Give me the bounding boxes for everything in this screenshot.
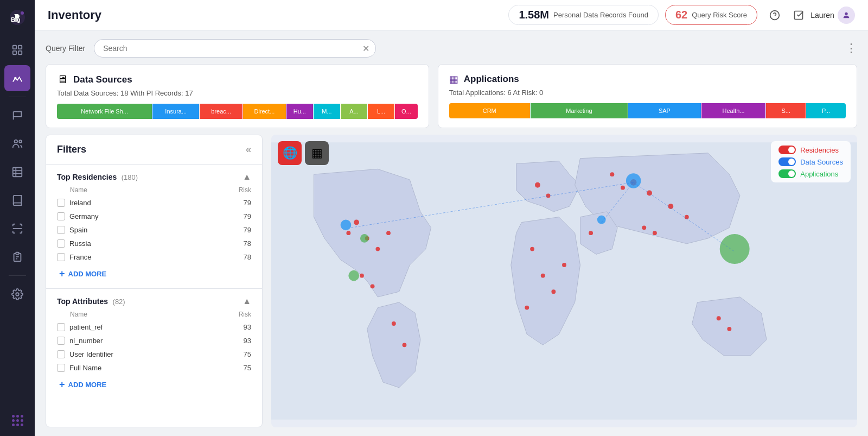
- svg-point-26: [535, 182, 540, 188]
- sidebar-item-table[interactable]: [4, 159, 30, 185]
- residency-risk: 78: [244, 239, 251, 248]
- residencies-toggle[interactable]: [778, 146, 796, 154]
- ds-bar-segment[interactable]: O...: [395, 104, 418, 119]
- attribute-checkbox[interactable]: [57, 323, 65, 331]
- residencies-legend-label: Residencies: [800, 146, 839, 154]
- help-icon[interactable]: [766, 7, 783, 24]
- sidebar-item-book[interactable]: [4, 187, 30, 213]
- add-more-icon: +: [59, 268, 65, 280]
- app-bar-segment[interactable]: Health...: [701, 103, 766, 118]
- more-options-icon[interactable]: ⋮: [845, 41, 857, 55]
- ds-bar-segment[interactable]: M...: [314, 104, 340, 119]
- residency-name: Russia: [69, 239, 239, 248]
- ds-bar-segment[interactable]: Network File Sh...: [57, 104, 152, 119]
- ds-bar-segment[interactable]: Insura...: [152, 104, 199, 119]
- residencies-list: Ireland 79 Germany 79 Spain 79 Russia 78…: [57, 196, 251, 264]
- residency-checkbox[interactable]: [57, 239, 65, 248]
- svg-point-36: [589, 231, 593, 235]
- svg-point-52: [341, 220, 352, 231]
- app-bar-segment[interactable]: SAP: [628, 103, 701, 118]
- residencies-toggle-icon[interactable]: ▲: [242, 172, 251, 182]
- search-input[interactable]: [94, 39, 376, 58]
- app-bar-segment[interactable]: P...: [806, 103, 846, 118]
- risk-stat: 62 Query Risk Score: [665, 5, 757, 25]
- residency-name: France: [69, 253, 239, 261]
- svg-point-55: [348, 270, 359, 281]
- attributes-title: Top Attributes: [57, 297, 108, 306]
- svg-point-41: [562, 263, 566, 267]
- svg-point-8: [15, 140, 18, 143]
- attribute-checkbox[interactable]: [57, 337, 65, 345]
- map-globe-button[interactable]: 🌐: [278, 141, 302, 165]
- residency-checkbox[interactable]: [57, 253, 65, 261]
- sidebar-item-flag[interactable]: [4, 103, 30, 129]
- residencies-add-more[interactable]: + ADD MORE: [57, 264, 251, 280]
- residencies-title: Top Residencies: [57, 173, 117, 181]
- residency-risk: 79: [244, 199, 251, 207]
- ds-bar-segment[interactable]: L...: [368, 104, 394, 119]
- app-bar-segment[interactable]: CRM: [449, 103, 530, 118]
- list-item: France 78: [57, 250, 251, 264]
- svg-point-40: [525, 306, 529, 310]
- user-name[interactable]: Lauren: [814, 7, 831, 24]
- attribute-risk: 93: [244, 337, 251, 345]
- app-bar-segment[interactable]: Marketing: [531, 103, 628, 118]
- svg-point-32: [360, 274, 364, 278]
- residency-checkbox[interactable]: [57, 199, 65, 207]
- svg-point-6: [15, 78, 16, 79]
- attribute-name: Full Name: [69, 364, 239, 372]
- svg-point-47: [610, 172, 614, 176]
- records-number: 1.58M: [519, 9, 549, 21]
- map-container: 🌐 ▦ Residencies: [271, 135, 857, 427]
- app-logo[interactable]: Big: [4, 7, 30, 28]
- residencies-section-header: Top Residencies (180) ▲: [57, 165, 251, 186]
- attributes-add-more[interactable]: + ADD MORE: [57, 375, 251, 390]
- ds-bar-segment[interactable]: Hu...: [286, 104, 313, 119]
- datasources-toggle[interactable]: [778, 157, 796, 166]
- sidebar-item-analytics[interactable]: [4, 65, 30, 91]
- query-filter-label: Query Filter: [46, 44, 85, 53]
- list-item: Spain 79: [57, 223, 251, 237]
- globe-icon: 🌐: [283, 146, 297, 160]
- sidebar-item-dashboard[interactable]: [4, 37, 30, 63]
- user-avatar[interactable]: [838, 7, 855, 24]
- residency-name: Ireland: [69, 199, 239, 207]
- sidebar-nav: [0, 37, 35, 412]
- residency-name: Spain: [69, 226, 239, 234]
- filters-collapse-icon[interactable]: «: [246, 144, 251, 155]
- svg-point-45: [403, 343, 407, 347]
- ds-bar-segment[interactable]: Direct...: [243, 104, 286, 119]
- svg-point-31: [386, 231, 391, 235]
- residency-name: Germany: [69, 212, 239, 220]
- list-item: Germany 79: [57, 210, 251, 223]
- attribute-checkbox[interactable]: [57, 350, 65, 358]
- content-area: Query Filter ✕ ⋮ 🖥 Data Sources Total Da…: [35, 30, 868, 436]
- apps-grid-icon[interactable]: [9, 412, 27, 429]
- attribute-checkbox[interactable]: [57, 364, 65, 372]
- sidebar-item-clipboard[interactable]: [4, 244, 30, 270]
- sidebar-item-settings[interactable]: [4, 281, 30, 307]
- world-map: [271, 135, 857, 427]
- topbar-stats: 1.58M Personal Data Records Found 62 Que…: [508, 5, 757, 25]
- notifications-icon[interactable]: [790, 7, 807, 24]
- residency-checkbox[interactable]: [57, 212, 65, 220]
- list-item: patient_ref 93: [57, 320, 251, 334]
- filters-title: Filters: [57, 144, 86, 155]
- attribute-name: ni_number: [69, 337, 239, 345]
- legend-applications: Applications: [778, 169, 843, 178]
- sidebar-item-scan[interactable]: [4, 216, 30, 242]
- svg-rect-15: [16, 252, 19, 255]
- attributes-section: Top Attributes (82) ▲ Name Risk patient_…: [46, 289, 262, 399]
- attributes-toggle-icon[interactable]: ▲: [242, 296, 251, 306]
- svg-point-27: [546, 193, 551, 198]
- ds-bar-segment[interactable]: A...: [341, 104, 367, 119]
- applications-toggle[interactable]: [778, 169, 796, 178]
- map-grid-button[interactable]: ▦: [305, 141, 329, 165]
- search-clear-icon[interactable]: ✕: [362, 43, 369, 54]
- residency-checkbox[interactable]: [57, 226, 65, 234]
- svg-rect-3: [18, 46, 22, 49]
- ds-bar-segment[interactable]: breac...: [200, 104, 242, 119]
- applications-toggle-thumb: [788, 170, 795, 177]
- app-bar-segment[interactable]: S...: [766, 103, 806, 118]
- sidebar-item-users[interactable]: [4, 131, 30, 157]
